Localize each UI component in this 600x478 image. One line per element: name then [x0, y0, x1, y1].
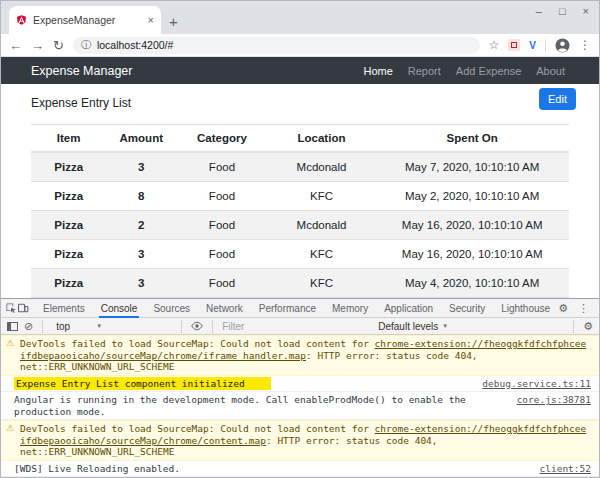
toolbar-separator: [42, 320, 43, 333]
live-expression-eye-icon[interactable]: [191, 321, 203, 331]
devtools-tab-security[interactable]: Security: [441, 299, 493, 318]
cell-item: Pizza: [31, 211, 106, 240]
new-tab-button[interactable]: +: [169, 13, 178, 30]
cell-item: Pizza: [31, 240, 106, 269]
console-settings-icon[interactable]: ⚙: [583, 320, 593, 333]
devtools-tab-performance[interactable]: Performance: [251, 299, 324, 318]
source-link[interactable]: core.js:38781: [517, 394, 591, 406]
app-navbar: Expense Manager Home Report Add Expense …: [1, 57, 599, 84]
bookmark-star-icon[interactable]: ☆: [489, 38, 500, 52]
cell-location: Mcdonald: [268, 211, 376, 240]
window-close-button[interactable]: ×: [583, 5, 589, 17]
cell-location: KFC: [268, 269, 376, 298]
cell-spent-on: May 16, 2020, 10:10:10 AM: [375, 211, 569, 240]
table-row: Pizza 2 Food Mcdonald May 16, 2020, 10:1…: [31, 211, 569, 240]
address-bar[interactable]: ⓘ localhost:4200/#: [73, 37, 480, 54]
cell-spent-on: May 4, 2020, 10:10:10 AM: [375, 269, 569, 298]
devtools-tab-lighthouse[interactable]: Lighthouse: [493, 299, 558, 318]
devtools-tab-console[interactable]: Console: [93, 299, 146, 318]
col-header-spent-on: Spent On: [375, 125, 569, 153]
device-toolbar-icon[interactable]: [17, 301, 29, 316]
log-levels-selector[interactable]: Default levels ▼: [378, 321, 448, 332]
warning-icon: ⚠: [6, 338, 14, 350]
message-text: Angular is running in the development mo…: [14, 394, 466, 417]
devtools-settings-icon[interactable]: ⚙: [558, 302, 568, 315]
nav-about[interactable]: About: [536, 65, 565, 77]
console-filter-input[interactable]: [222, 321, 372, 332]
devtools-tab-network[interactable]: Network: [198, 299, 251, 318]
context-selector[interactable]: top ▼: [52, 321, 172, 332]
toolbar-separator: [212, 320, 213, 333]
back-button[interactable]: ←: [9, 39, 22, 52]
forward-button[interactable]: →: [31, 39, 44, 52]
nav-add-expense[interactable]: Add Expense: [456, 65, 521, 77]
devtools-tab-elements[interactable]: Elements: [35, 299, 93, 318]
cell-location: KFC: [268, 240, 376, 269]
devtools-tab-application[interactable]: Application: [376, 299, 441, 318]
console-toolbar: ⊘ top ▼ Default levels ▼ ⚙: [1, 318, 599, 335]
console-log-message: [WDS] Live Reloading enabled. client:52: [1, 461, 599, 478]
inspect-element-icon[interactable]: [5, 301, 17, 316]
tab-close-icon[interactable]: ×: [148, 14, 154, 26]
browser-window: ExpenseManager × + – □ × ← → ↻ ⓘ localho…: [0, 0, 600, 478]
nav-home[interactable]: Home: [363, 65, 392, 77]
table-row: Pizza 8 Food KFC May 2, 2020, 10:10:10 A…: [31, 182, 569, 211]
cell-spent-on: May 16, 2020, 10:10:10 AM: [375, 240, 569, 269]
message-text: DevTools failed to load SourceMap: Could…: [20, 338, 375, 349]
devtools-tab-bar: Elements Console Sources Network Perform…: [1, 299, 599, 318]
source-link[interactable]: client:52: [540, 463, 591, 475]
console-log-message: Angular is running in the development mo…: [1, 392, 599, 420]
console-warning-message: ⚠ DevTools failed to load SourceMap: Cou…: [1, 420, 599, 461]
toolbar-separator: [573, 320, 574, 333]
cell-spent-on: May 2, 2020, 10:10:10 AM: [375, 182, 569, 211]
cell-category: Food: [176, 182, 267, 211]
window-minimize-button[interactable]: –: [536, 5, 542, 17]
profile-avatar-icon[interactable]: [555, 38, 570, 53]
col-header-item: Item: [31, 125, 106, 153]
devtools-menu-icon[interactable]: ⋮: [578, 302, 589, 315]
tab-title: ExpenseManager: [33, 14, 142, 26]
devtools-tab-sources[interactable]: Sources: [145, 299, 198, 318]
reload-button[interactable]: ↻: [53, 39, 64, 52]
cell-category: Food: [176, 269, 267, 298]
cell-amount: 3: [106, 269, 176, 298]
browser-tab-strip: ExpenseManager × + – □ ×: [1, 1, 599, 34]
chevron-down-icon: ▼: [442, 323, 448, 329]
col-header-category: Category: [176, 125, 267, 153]
source-link[interactable]: debug.service.ts:11: [482, 378, 591, 390]
col-header-location: Location: [268, 125, 376, 153]
window-maximize-button[interactable]: □: [559, 5, 566, 17]
extension-icon[interactable]: [508, 39, 520, 51]
toolbar-separator: [545, 39, 546, 52]
expense-table: Item Amount Category Location Spent On P…: [31, 124, 569, 298]
highlighted-message-text: Expense Entry List component initialized: [14, 377, 271, 390]
angular-favicon-icon: [16, 14, 27, 26]
context-selected-value: top: [56, 321, 70, 332]
page-content: Expense Entry List Edit Item Amount Cate…: [1, 84, 599, 298]
nav-report[interactable]: Report: [408, 65, 441, 77]
devtools-panel: Elements Console Sources Network Perform…: [1, 298, 599, 478]
cell-amount: 2: [106, 211, 176, 240]
chevron-down-icon: ▼: [96, 323, 102, 329]
console-warning-message: ⚠ DevTools failed to load SourceMap: Cou…: [1, 335, 599, 376]
console-sidebar-toggle-icon[interactable]: [7, 322, 18, 331]
table-row: Pizza 3 Food Mcdonald May 7, 2020, 10:10…: [31, 152, 569, 182]
levels-selected-value: Default levels: [378, 321, 438, 332]
browser-menu-icon[interactable]: ⋮: [579, 38, 591, 52]
extension-v-icon[interactable]: V: [529, 40, 536, 51]
col-header-amount: Amount: [106, 125, 176, 153]
devtools-tab-memory[interactable]: Memory: [324, 299, 376, 318]
clear-console-icon[interactable]: ⊘: [24, 320, 33, 333]
console-log-message: Expense Entry List component initialized…: [1, 376, 599, 393]
cell-item: Pizza: [31, 152, 106, 182]
site-info-icon[interactable]: ⓘ: [81, 38, 91, 52]
app-nav-links: Home Report Add Expense About: [363, 65, 569, 77]
browser-tab[interactable]: ExpenseManager ×: [9, 6, 161, 34]
message-text: DevTools failed to load SourceMap: Could…: [20, 423, 375, 434]
app-brand[interactable]: Expense Manager: [31, 64, 132, 78]
cell-category: Food: [176, 240, 267, 269]
cell-item: Pizza: [31, 182, 106, 211]
cell-amount: 3: [106, 152, 176, 182]
cell-item: Pizza: [31, 269, 106, 298]
edit-button[interactable]: Edit: [539, 88, 576, 110]
